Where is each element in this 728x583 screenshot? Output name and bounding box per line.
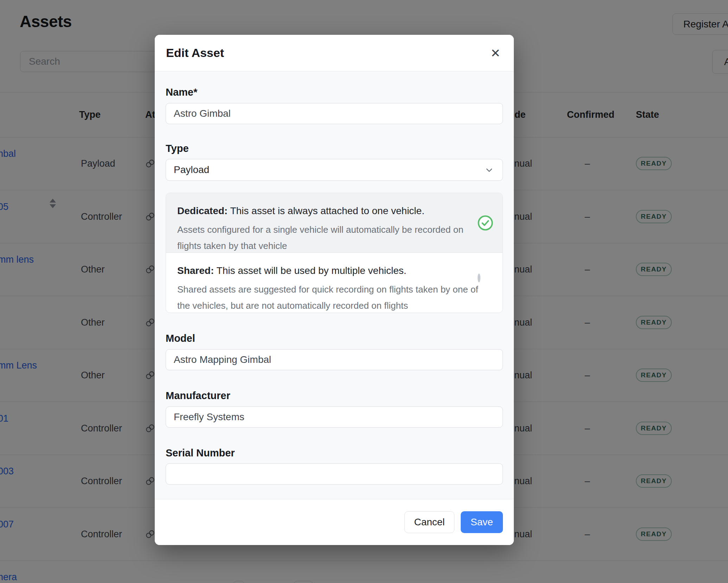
radio-selected-check-icon[interactable] — [478, 215, 493, 231]
model-label: Model — [166, 332, 195, 344]
serial-number-label: Serial Number — [166, 447, 235, 459]
chevron-down-icon — [484, 165, 494, 177]
modal-header: Edit Asset ✕ — [155, 35, 514, 71]
shared-option[interactable]: Shared: This asset will be used by multi… — [166, 253, 503, 313]
radio-unselected-icon[interactable] — [478, 275, 493, 290]
save-button[interactable]: Save — [461, 511, 503, 533]
shared-option-description: Shared assets are suggested for quick re… — [177, 281, 480, 313]
serial-number-field[interactable] — [166, 463, 503, 485]
shared-option-title: Shared: — [177, 265, 214, 276]
modal-footer: Cancel Save — [155, 499, 514, 545]
manufacturer-label: Manufacturer — [166, 390, 230, 402]
cancel-button[interactable]: Cancel — [404, 511, 454, 533]
assets-page: Assets Register A A Type At de Confirmed… — [0, 0, 728, 583]
name-field[interactable] — [166, 103, 503, 124]
type-select-value: Payload — [174, 164, 209, 175]
close-icon[interactable]: ✕ — [488, 46, 504, 60]
dedicated-option-headline: This asset is always attached to one veh… — [230, 205, 424, 216]
type-label: Type — [166, 142, 189, 154]
edit-asset-modal: Edit Asset ✕ Name* Type Payload Dedicate… — [155, 35, 514, 545]
sharing-mode-group: Dedicated: This asset is always attached… — [166, 193, 503, 313]
shared-option-headline: This asset will be used by multiple vehi… — [217, 265, 407, 276]
manufacturer-field[interactable] — [166, 406, 503, 428]
model-field[interactable] — [166, 349, 503, 370]
dedicated-option-description: Assets configured for a single vehicle w… — [177, 222, 480, 254]
dedicated-option-title: Dedicated: — [177, 205, 228, 216]
dedicated-option[interactable]: Dedicated: This asset is always attached… — [166, 193, 503, 253]
name-label: Name* — [166, 86, 197, 98]
modal-title: Edit Asset — [166, 46, 224, 60]
type-select[interactable]: Payload — [166, 159, 503, 181]
